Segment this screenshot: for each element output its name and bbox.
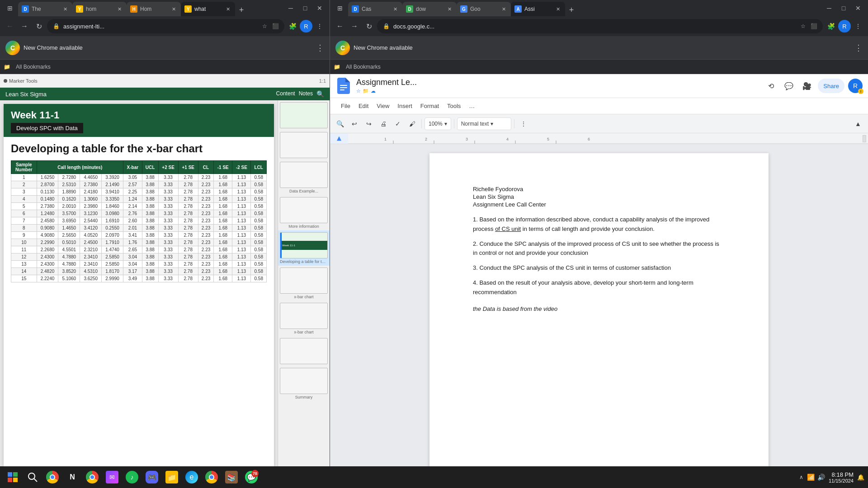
gdocs-share-btn[interactable]: Share bbox=[818, 79, 844, 93]
right-tab-3[interactable]: G Goo ✕ bbox=[457, 2, 511, 16]
gdocs-style-selector[interactable]: Normal text ▾ bbox=[457, 117, 511, 130]
left-back-btn[interactable]: ← bbox=[4, 20, 16, 33]
gdocs-more-options-btn[interactable]: ⋮ bbox=[517, 117, 530, 130]
gdocs-drive-icon[interactable]: 📁 bbox=[363, 88, 369, 94]
right-tab-1[interactable]: D Cas ✕ bbox=[348, 2, 402, 16]
taskbar-notion-icon[interactable]: N bbox=[63, 468, 81, 486]
notes-tab[interactable]: Notes bbox=[299, 90, 313, 98]
left-minimize-btn[interactable]: ─ bbox=[284, 2, 297, 14]
thumbnail-item-8[interactable]: Summary bbox=[278, 366, 330, 401]
gdocs-undo-btn[interactable]: ↩ bbox=[348, 117, 361, 130]
taskbar-mailspring-icon[interactable]: ✉ bbox=[103, 468, 121, 486]
left-new-tab-btn[interactable]: + bbox=[235, 4, 248, 16]
left-tab-grid-btn[interactable]: ⊞ bbox=[4, 2, 16, 14]
left-tab-3-close[interactable]: ✕ bbox=[170, 5, 177, 13]
left-close-btn[interactable]: ✕ bbox=[313, 2, 326, 14]
gdocs-meet-btn[interactable]: 🎥 bbox=[800, 79, 814, 93]
menu-insert[interactable]: Insert bbox=[394, 101, 416, 111]
thumbnail-item-3[interactable]: More information bbox=[278, 195, 330, 230]
menu-edit[interactable]: Edit bbox=[355, 101, 372, 111]
menu-format[interactable]: Format bbox=[417, 101, 443, 111]
thumbnail-item-5[interactable]: x-bar chart bbox=[278, 266, 330, 301]
left-reload-btn[interactable]: ↻ bbox=[33, 20, 45, 33]
right-bookmarks-label[interactable]: All Bookmarks bbox=[342, 63, 384, 71]
thumbnail-item-2[interactable]: Data Example... bbox=[278, 160, 330, 195]
gdocs-star-icon[interactable]: ☆ bbox=[356, 88, 361, 94]
right-user-avatar[interactable]: R bbox=[838, 20, 851, 33]
left-bookmarks-label[interactable]: All Bookmarks bbox=[12, 63, 54, 71]
right-close-btn[interactable]: ✕ bbox=[852, 2, 864, 14]
thumbnail-item-1[interactable] bbox=[278, 130, 330, 160]
left-tab-4[interactable]: Y what ✕ bbox=[181, 2, 235, 16]
taskbar-clock[interactable]: 8:18 PM 11/15/2024 bbox=[829, 471, 854, 483]
gdocs-redo-btn[interactable]: ↪ bbox=[363, 117, 375, 130]
gdocs-cloud-icon[interactable]: ☁ bbox=[371, 88, 376, 94]
menu-more[interactable]: … bbox=[465, 101, 478, 111]
right-bookmark-star[interactable]: ☆ bbox=[799, 23, 807, 30]
left-tab-1-close[interactable]: ✕ bbox=[61, 5, 69, 13]
thumbnail-item-7[interactable] bbox=[278, 336, 330, 366]
taskbar-chevron[interactable]: ∧ bbox=[799, 474, 803, 480]
taskbar-discord-icon[interactable]: 🎮 bbox=[143, 468, 161, 486]
right-extensions-btn[interactable]: 🧩 bbox=[825, 20, 837, 33]
taskbar-start-btn[interactable] bbox=[4, 468, 22, 486]
gdocs-zoom-selector[interactable]: 100% ▾ bbox=[425, 117, 451, 130]
menu-file[interactable]: File bbox=[337, 101, 354, 111]
right-menu-btn[interactable]: ⋮ bbox=[852, 20, 864, 33]
left-address-bar[interactable]: 🔒 assignment-lti... ☆ ⬛ bbox=[47, 19, 284, 33]
taskbar-edge-icon[interactable]: e bbox=[183, 468, 201, 486]
left-chrome-notif-more[interactable]: ⋮ bbox=[316, 43, 324, 53]
right-chrome-notif-more[interactable]: ⋮ bbox=[854, 43, 863, 53]
taskbar-files-icon[interactable]: 📁 bbox=[163, 468, 181, 486]
right-tab-3-close[interactable]: ✕ bbox=[500, 5, 507, 13]
gdocs-history-btn[interactable]: ⟲ bbox=[764, 79, 778, 93]
left-cast-icon[interactable]: ⬛ bbox=[272, 23, 279, 30]
right-tab-4[interactable]: A Assi ✕ bbox=[511, 2, 565, 16]
right-tab-2[interactable]: D dow ✕ bbox=[402, 2, 457, 16]
gdocs-search-btn[interactable]: 🔍 bbox=[334, 117, 346, 130]
left-user-avatar[interactable]: R bbox=[300, 20, 312, 33]
right-forward-btn[interactable]: → bbox=[348, 20, 361, 33]
right-maximize-btn[interactable]: □ bbox=[837, 2, 850, 14]
right-tab-grid-btn[interactable]: ⊞ bbox=[334, 2, 346, 14]
taskbar-chrome2-icon[interactable] bbox=[83, 468, 101, 486]
right-new-tab-btn[interactable]: + bbox=[565, 4, 578, 16]
taskbar-chrome3-icon[interactable] bbox=[203, 468, 221, 486]
network-icon[interactable]: 📶 bbox=[807, 474, 815, 481]
taskbar-spotify-icon[interactable]: ♪ bbox=[123, 468, 141, 486]
left-tab-3[interactable]: H Hom ✕ bbox=[127, 2, 181, 16]
taskbar-whatsapp-icon[interactable]: 💬 78 bbox=[242, 468, 260, 486]
right-tab-1-close[interactable]: ✕ bbox=[392, 5, 399, 13]
right-tab-4-close[interactable]: ✕ bbox=[554, 5, 561, 13]
menu-view[interactable]: View bbox=[373, 101, 393, 111]
gdocs-user-avatar[interactable]: R ! bbox=[848, 79, 863, 93]
content-tab[interactable]: Content bbox=[276, 90, 295, 98]
left-tab-2-close[interactable]: ✕ bbox=[116, 5, 123, 13]
gdocs-spellcheck-btn[interactable]: ✓ bbox=[392, 117, 404, 130]
search-slide-btn[interactable]: 🔍 bbox=[316, 90, 324, 98]
right-reload-btn[interactable]: ↻ bbox=[363, 20, 375, 33]
left-tab-4-close[interactable]: ✕ bbox=[224, 5, 231, 13]
right-back-btn[interactable]: ← bbox=[334, 20, 346, 33]
right-address-bar[interactable]: 🔒 docs.google.c... ☆ ⬛ bbox=[377, 19, 823, 33]
right-cast-icon[interactable]: ⬛ bbox=[810, 23, 817, 30]
left-extensions-btn[interactable]: 🧩 bbox=[286, 20, 299, 33]
left-maximize-btn[interactable]: □ bbox=[299, 2, 311, 14]
left-bookmark-star[interactable]: ☆ bbox=[261, 23, 268, 30]
taskbar-books-icon[interactable]: 📚 bbox=[222, 468, 241, 486]
notification-bell[interactable]: 🔔 bbox=[857, 474, 864, 481]
left-forward-btn[interactable]: → bbox=[18, 20, 31, 33]
left-tab-2[interactable]: Y hom ✕ bbox=[72, 2, 127, 16]
left-tab-1[interactable]: D The ✕ bbox=[18, 2, 72, 16]
thumbnail-item-6[interactable]: x-bar chart bbox=[278, 301, 330, 336]
gdocs-comments-btn[interactable]: 💬 bbox=[782, 79, 796, 93]
gdocs-print-btn[interactable]: 🖨 bbox=[377, 117, 390, 130]
gdocs-collapse-btn[interactable]: ▲ bbox=[852, 117, 864, 130]
thumbnail-item-4[interactable]: Week 11-1Developing a table for the x-ba… bbox=[278, 230, 330, 266]
right-tab-2-close[interactable]: ✕ bbox=[446, 5, 453, 13]
taskbar-chrome-icon[interactable] bbox=[43, 468, 61, 486]
left-menu-btn[interactable]: ⋮ bbox=[313, 20, 326, 33]
menu-tools[interactable]: Tools bbox=[443, 101, 464, 111]
gdocs-paint-format-btn[interactable]: 🖌 bbox=[406, 117, 419, 130]
right-minimize-btn[interactable]: ─ bbox=[823, 2, 835, 14]
